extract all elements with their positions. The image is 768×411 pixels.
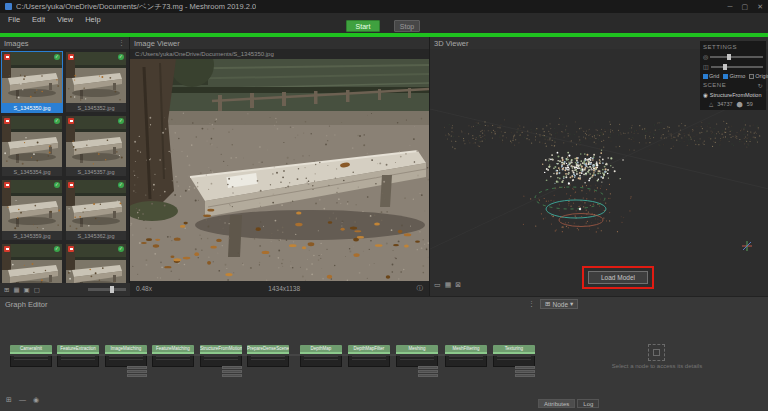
load-model-button[interactable]: Load Model	[588, 271, 648, 284]
camera-metadata-missing-icon	[68, 54, 74, 60]
image-path: C:/Users/yuka/OneDrive/Documents/S_13453…	[130, 49, 429, 59]
grid-toggle-icon[interactable]: ▦	[445, 281, 452, 289]
image-thumbnail[interactable]: ✓ S_1345364.jpg	[2, 244, 62, 283]
layout-icon[interactable]: ◉	[33, 396, 39, 404]
graph-node[interactable]: FeatureExtraction	[57, 345, 99, 367]
graph-editor-title: Graph Editor	[5, 300, 48, 309]
reset-view-icon[interactable]: ⊠	[455, 281, 461, 289]
thumbnail-size-slider[interactable]	[88, 288, 126, 291]
images-panel-menu-icon[interactable]: ⋮	[118, 39, 125, 47]
gallery-filter-icon[interactable]: ▣	[24, 286, 30, 294]
start-button[interactable]: Start	[346, 20, 380, 32]
menu-help[interactable]: Help	[79, 14, 106, 25]
image-thumbnail[interactable]: ✓ S_1345359.jpg	[2, 180, 62, 240]
graph-node[interactable]: FeatureMatching	[152, 345, 194, 367]
thumbnail-photo	[66, 52, 126, 103]
image-resolution: 1434x1138	[152, 285, 417, 292]
title-bar: C:/Users/yuka/OneDrive/Documents/ベンチ73.m…	[0, 0, 768, 13]
camera-metadata-missing-icon	[4, 118, 10, 124]
graph-node-progress	[396, 352, 438, 354]
minimize-button[interactable]: ─	[728, 0, 733, 13]
check-icon: ✓	[54, 118, 60, 124]
add-node-button[interactable]: ⊞ Node ▾	[540, 299, 578, 309]
axis-gizmo-icon	[742, 241, 752, 251]
scene-item-sfm[interactable]: ◉ StructureFromMotion ▸	[703, 92, 763, 98]
close-button[interactable]: ✕	[757, 0, 763, 13]
thumbnail-photo	[66, 244, 126, 283]
graph-node[interactable]: MeshFiltering	[445, 345, 487, 367]
origin-checkbox[interactable]: Origin	[749, 73, 768, 79]
graph-node-body	[348, 356, 390, 367]
graph-node-title: Texturing	[493, 345, 535, 352]
visibility-icon[interactable]: ◉	[703, 92, 708, 98]
graph-node[interactable]: StructureFromMotion	[200, 345, 242, 367]
check-icon: ✓	[54, 182, 60, 188]
graph-node-title: FeatureExtraction	[57, 345, 99, 352]
settings-header: SETTINGS	[703, 44, 737, 50]
graph-node[interactable]: PrepareDenseScene	[247, 345, 289, 367]
graph-node[interactable]: Meshing	[396, 345, 438, 367]
image-thumbnail[interactable]: ✓ S_1345350.jpg	[2, 52, 62, 112]
menu-view[interactable]: View	[51, 14, 79, 25]
gallery-list-icon[interactable]: ▦	[13, 286, 19, 294]
graph-node[interactable]: DepthMapFilter	[348, 345, 390, 367]
camera-metadata-missing-icon	[4, 54, 10, 60]
graph-node[interactable]: ImageMatching	[105, 345, 147, 367]
image-thumbnail[interactable]: ✓ S_1345352.jpg	[66, 52, 126, 112]
zoom-out-icon[interactable]: —	[19, 396, 26, 404]
graph-node-progress	[57, 352, 99, 354]
graph-node[interactable]: Texturing	[493, 345, 535, 367]
graph-node-progress	[493, 352, 535, 354]
image-thumbnail[interactable]: ✓ S_1345367.jpg	[66, 244, 126, 283]
thumbnail-filename: S_1345357.jpg	[66, 167, 126, 176]
check-icon: ✓	[54, 246, 60, 252]
tab-attributes[interactable]: Attributes	[538, 399, 575, 408]
viewer-3d-settings: SETTINGS ◎ ◫ Grid Gizmo Origin	[700, 41, 766, 110]
stop-button[interactable]: Stop	[394, 20, 420, 32]
render-mode-icon[interactable]: ▭	[434, 281, 441, 289]
point-size-slider[interactable]: ◎	[703, 53, 763, 60]
graph-node-progress	[105, 352, 147, 354]
gallery-info-icon[interactable]: ▢	[34, 286, 40, 294]
menu-edit[interactable]: Edit	[26, 14, 51, 25]
graph-footer: ⊞ — ◉	[6, 396, 39, 404]
tab-log[interactable]: Log	[577, 399, 599, 408]
viewer-3d-toolbar: ▭ ▦ ⊠	[434, 281, 461, 289]
photo-bench[interactable]	[130, 59, 429, 281]
more-icon[interactable]: ⋮	[528, 300, 535, 308]
image-gallery: ✓ S_1345350.jpg ✓ S_1345352.jpg	[0, 49, 130, 283]
image-thumbnail[interactable]: ✓ S_1345357.jpg	[66, 116, 126, 176]
graph-node-chunks	[515, 366, 535, 378]
cameras-count: 59	[747, 101, 753, 107]
camera-scale-slider[interactable]: ◫	[703, 63, 763, 70]
refresh-icon[interactable]: ↻	[757, 82, 763, 89]
menu-file[interactable]: File	[2, 14, 26, 25]
graph-node-chunks	[127, 366, 147, 378]
graph-node-progress	[10, 352, 52, 354]
graph-node-progress	[247, 352, 289, 354]
gallery-grid-icon[interactable]: ⊞	[4, 286, 9, 294]
grid-checkbox[interactable]: Grid	[703, 73, 719, 79]
highlight-red-box: Load Model	[582, 266, 654, 289]
image-thumbnail[interactable]: ✓ S_1345362.jpg	[66, 180, 126, 240]
gizmo-checkbox[interactable]: Gizmo	[723, 73, 745, 79]
info-icon[interactable]: ⓘ	[417, 284, 424, 293]
graph-node-body	[57, 356, 99, 367]
meshroom-window: C:/Users/yuka/OneDrive/Documents/ベンチ73.m…	[0, 0, 768, 411]
graph-node-progress	[300, 352, 342, 354]
image-thumbnail[interactable]: ✓ S_1345354.jpg	[2, 116, 62, 176]
graph-toolbar: ⋮ ⊞ Node ▾	[528, 299, 578, 309]
graph-node[interactable]: DepthMap	[300, 345, 342, 367]
thumbnail-filename: S_1345354.jpg	[2, 167, 62, 176]
point-size-icon: ◎	[703, 53, 708, 60]
node-placeholder-text: Select a node to access its details	[573, 363, 741, 369]
check-icon: ✓	[118, 246, 124, 252]
images-panel: Images ⋮ ✓ S_1345350.jpg	[0, 37, 130, 296]
camera-metadata-missing-icon	[68, 118, 74, 124]
fit-graph-icon[interactable]: ⊞	[6, 396, 12, 404]
graph-node[interactable]: CameraInit	[10, 345, 52, 367]
image-viewer-panel: Image Viewer C:/Users/yuka/OneDrive/Docu…	[130, 37, 429, 296]
graph-node-title: StructureFromMotion	[200, 345, 242, 352]
thumbnail-photo	[66, 116, 126, 167]
maximize-button[interactable]: ▢	[742, 0, 749, 13]
